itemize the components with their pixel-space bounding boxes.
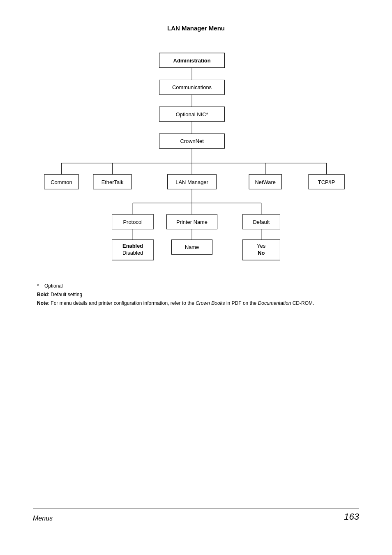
no-node: No [258,250,265,256]
optional-text: Optional [44,283,63,289]
common-node: Common [51,179,72,185]
disabled-node: Disabled [122,250,143,256]
footnote-bold: Bold: Default setting [37,291,359,299]
enabled-node: Enabled [122,243,143,249]
tcpip-node: TCP/IP [318,179,335,185]
footnote-note: Note: For menu details and printer confi… [37,299,359,307]
communications-node: Communications [172,84,212,90]
crownnet-node: CrownNet [180,138,204,144]
page-title: LAN Manager Menu [33,25,359,32]
footnote-optional: * Optional [37,282,359,290]
diagram-container: Administration Communications Optional N… [33,44,359,274]
bold-label: Bold [37,292,48,297]
asterisk: * [37,283,39,289]
note-end: CD-ROM. [291,300,314,306]
bold-text: : Default setting [48,292,82,297]
note-label: Note [37,300,48,306]
footer: Menus 163 [33,509,359,522]
default-node: Default [253,219,270,225]
diagram-svg: Administration Communications Optional N… [33,44,359,274]
printer-name-node: Printer Name [176,219,208,225]
lan-manager-node: LAN Manager [175,179,208,185]
admin-node: Administration [173,58,211,64]
optional-nic-node: Optional NIC* [176,111,208,117]
footer-left: Menus [33,515,53,522]
page: LAN Manager Menu Administration Communic… [0,0,392,555]
note-middle: in PDF on the [225,300,258,306]
netware-node: NetWare [255,179,276,185]
ethertalk-node: EtherTalk [101,179,124,185]
footer-right: 163 [344,511,359,522]
yes-node: Yes [257,243,265,249]
name-node: Name [185,244,199,250]
crown-books: Crown Books [196,300,225,306]
note-text: : For menu details and printer configura… [48,300,196,306]
protocol-node: Protocol [123,219,143,225]
documentation-italic: Documentation [258,300,291,306]
footnotes: * Optional Bold: Default setting Note: F… [33,282,359,308]
